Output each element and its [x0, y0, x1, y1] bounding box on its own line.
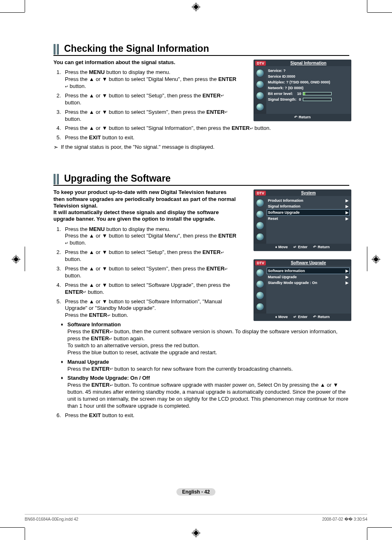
signal-strength-bar [303, 98, 332, 101]
osd-return-button[interactable]: ↶Return [313, 245, 330, 249]
sub-manual-upgrade: Manual Upgrade Press the ENTER↵ button t… [62, 359, 349, 373]
footer-timestamp: 2008-07-02 �� 3:30:54 [322, 517, 367, 522]
step-2: Press the ▲ or ▼ button to select "Setup… [62, 92, 238, 106]
step-1: Press the MENU button to display the men… [62, 226, 238, 247]
osd-side-icon [256, 69, 264, 77]
chevron-right-icon: ▶ [346, 269, 348, 273]
sub-list: Software Information Press the ENTER↵ bu… [53, 321, 349, 410]
osd-line: Network: ? (ID 0000) [268, 86, 304, 90]
osd-return-button[interactable]: ↶Return [313, 315, 330, 319]
step-1: Press the MENU button to display the men… [62, 69, 238, 90]
osd-signal-information: DTV Signal Information Service: ? Servic… [254, 60, 351, 121]
enter-icon: ↵ [250, 127, 253, 131]
bit-error-bar [303, 92, 332, 95]
step-list-cont: Press the ▲ or ▼ button to select "Signa… [53, 125, 349, 141]
menu-item-selected[interactable]: Software Information▶ [267, 268, 349, 274]
updown-icon: ♦ [275, 315, 277, 319]
enter-icon: ↵ [293, 245, 297, 249]
intro-text: You can get information about the signal… [53, 59, 238, 66]
section-signal-information: Checking the Signal Information You can … [53, 43, 349, 150]
chevron-right-icon: ▶ [346, 210, 348, 215]
step-5: Press the EXIT button to exit. [62, 134, 349, 141]
osd-side-icon [256, 303, 264, 311]
osd-line: Bit error level: [268, 92, 293, 96]
section-heading: Checking the Signal Information [64, 43, 209, 54]
return-icon: ↶ [313, 245, 316, 249]
step-4: Press the ▲ or ▼ button to select "Signa… [62, 125, 349, 132]
menu-item[interactable]: Reset▶ [268, 216, 348, 222]
osd-side-icon [256, 292, 264, 299]
enter-icon: ↵ [65, 85, 68, 89]
menu-item[interactable]: Product Information▶ [268, 198, 348, 203]
enter-icon: ↵ [110, 330, 113, 334]
crop-mark [25, 247, 25, 271]
updown-icon: ♦ [275, 245, 277, 249]
registration-mark-icon [191, 528, 201, 538]
menu-item[interactable]: Standby Mode upgrade : On▶ [268, 280, 348, 286]
step-list: Press the MENU button to display the men… [53, 226, 238, 319]
step-list-cont: Press the EXIT button to exit. [53, 412, 349, 419]
dtv-badge: DTV [255, 261, 266, 265]
enter-icon: ↵ [107, 314, 111, 318]
crop-mark [0, 527, 25, 528]
footer-filename: BN68-01684A-00Eng.indd 42 [25, 517, 78, 522]
crop-mark [367, 12, 392, 13]
osd-side-icon [256, 199, 264, 207]
dtv-badge: DTV [255, 61, 266, 66]
enter-icon: ↵ [110, 367, 113, 371]
enter-icon: ↵ [109, 337, 112, 341]
note-arrow-icon: ➣ [53, 144, 61, 150]
osd-software-upgrade: DTV Software Upgrade Software Informatio… [254, 259, 351, 321]
crop-mark [25, 528, 25, 540]
crop-mark [367, 528, 367, 540]
osd-return-button[interactable]: ↶Return [294, 115, 311, 119]
section-heading: Upgrading the Software [64, 173, 171, 184]
menu-item-selected[interactable]: Software Upgrade▶ [267, 210, 349, 215]
menu-item[interactable]: Signal Information▶ [268, 203, 348, 209]
crop-mark [25, 0, 25, 12]
osd-side-icon [256, 81, 264, 88]
menu-item[interactable]: Manual Upgrade▶ [268, 274, 348, 280]
step-list: Press the MENU button to display the men… [53, 69, 238, 122]
sub-software-information: Software Information Press the ENTER↵ bu… [62, 321, 349, 356]
osd-system: DTV System Product Information▶ Signal I… [254, 189, 351, 251]
crop-mark [367, 527, 392, 528]
crop-mark [0, 12, 25, 13]
osd-title: System [266, 191, 351, 195]
chevron-right-icon: ▶ [346, 217, 348, 221]
osd-line: Service ID:0000 [268, 74, 295, 78]
crop-mark [367, 0, 367, 12]
section-upgrading-software: Upgrading the Software To keep your prod… [53, 173, 349, 419]
chevron-right-icon: ▶ [346, 275, 348, 279]
registration-mark-icon [191, 2, 201, 12]
crop-mark [367, 247, 367, 271]
osd-move-button[interactable]: ♦Move [275, 245, 288, 249]
osd-enter-button[interactable]: ↵Enter [293, 315, 307, 319]
chevron-right-icon: ▶ [346, 281, 348, 285]
osd-side-icon [256, 269, 264, 277]
step-6: Press the EXIT button to exit. [62, 412, 349, 419]
osd-enter-button[interactable]: ↵Enter [293, 245, 307, 249]
osd-title: Signal Information [266, 61, 351, 65]
enter-icon: ↵ [110, 383, 113, 388]
osd-side-icon [256, 211, 264, 218]
dtv-badge: DTV [255, 191, 266, 196]
bit-error-value: 10 [297, 92, 301, 96]
osd-title: Software Upgrade [266, 261, 351, 265]
registration-mark-icon [371, 255, 380, 264]
enter-icon: ↵ [221, 94, 224, 98]
enter-icon: ↵ [224, 110, 228, 114]
osd-side-icon [256, 233, 264, 241]
osd-move-button[interactable]: ♦Move [275, 315, 288, 319]
step-3: Press the ▲ or ▼ button to select "Syste… [62, 265, 238, 279]
registration-mark-icon [12, 255, 21, 264]
signal-strength-value: 0 [299, 97, 301, 102]
enter-icon: ↵ [293, 315, 297, 319]
print-footer: BN68-01684A-00Eng.indd 42 2008-07-02 �� … [25, 514, 367, 523]
osd-line: Multiplex: ? (TSID 0000, ONID 0000) [268, 80, 330, 84]
osd-side-icon [256, 92, 264, 99]
page-number-badge: English - 42 [176, 488, 215, 496]
chevron-right-icon: ▶ [346, 198, 348, 203]
osd-side-icon [256, 222, 264, 229]
osd-line: Service: ? [268, 69, 286, 73]
